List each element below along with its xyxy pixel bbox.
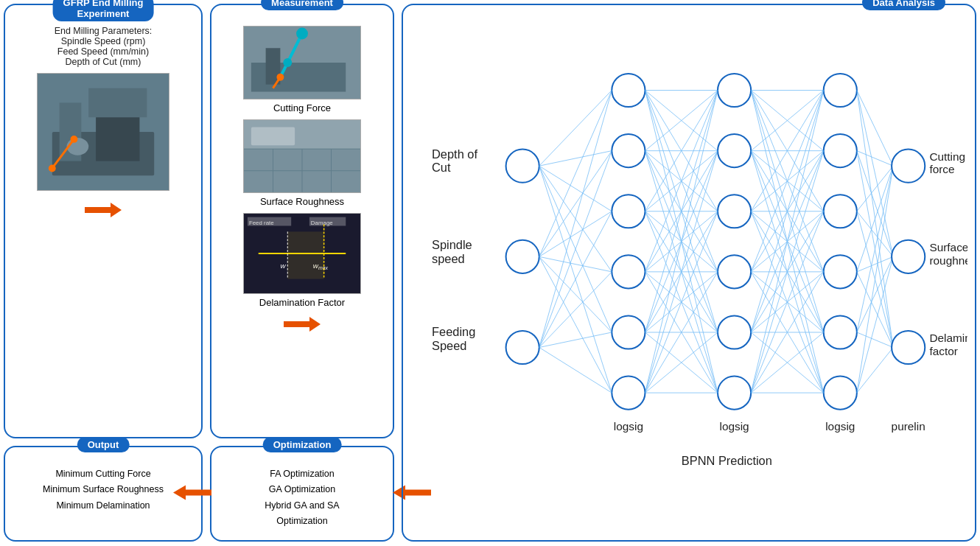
svg-text:factor: factor xyxy=(929,345,957,357)
svg-text:Feed rate: Feed rate xyxy=(249,220,274,226)
optim-line3: Hybrid GA and SA xyxy=(219,498,385,514)
svg-marker-38 xyxy=(284,317,321,332)
arrow-to-output xyxy=(173,484,211,502)
svg-rect-37 xyxy=(287,231,323,279)
svg-line-168 xyxy=(857,256,893,332)
svg-text:logsig: logsig xyxy=(614,420,643,433)
svg-point-57 xyxy=(718,134,751,167)
svg-point-48 xyxy=(506,240,539,273)
cutting-force-caption: Cutting Force xyxy=(219,102,385,113)
cutting-force-image xyxy=(243,26,361,99)
svg-line-171 xyxy=(857,151,893,348)
optimization-box: Optimization FA Optimization GA Optimiza… xyxy=(210,446,394,542)
svg-text:logsig: logsig xyxy=(825,420,855,433)
svg-text:Speed: Speed xyxy=(432,339,466,352)
svg-point-62 xyxy=(824,74,857,107)
output-label: Output xyxy=(77,437,130,452)
svg-text:Cutting: Cutting xyxy=(929,150,965,163)
gfrp-label: GFRP End MillingExperiment xyxy=(53,0,154,21)
svg-line-174 xyxy=(857,332,893,348)
svg-line-77 xyxy=(539,256,612,272)
svg-point-56 xyxy=(718,74,751,107)
svg-point-178 xyxy=(892,331,925,364)
svg-line-75 xyxy=(539,151,612,257)
arrow-to-measurement xyxy=(85,201,122,219)
svg-line-80 xyxy=(539,91,612,348)
svg-point-55 xyxy=(612,377,645,410)
output-line1: Minimum Cutting Force xyxy=(13,466,194,482)
surface-roughness-caption: Surface Roughness xyxy=(219,196,385,207)
svg-line-159 xyxy=(857,151,893,167)
svg-point-7 xyxy=(49,165,56,172)
measurement-box: Measurement Cutting Force xyxy=(210,4,394,438)
svg-rect-3 xyxy=(88,88,147,118)
machine-image xyxy=(37,73,169,191)
left-column: GFRP End MillingExperiment End Milling P… xyxy=(4,4,203,542)
svg-point-5 xyxy=(67,138,89,155)
svg-line-165 xyxy=(857,151,893,257)
svg-point-49 xyxy=(506,331,539,364)
param-spindle: Spindle Speed (rpm) xyxy=(13,36,194,46)
svg-point-177 xyxy=(892,240,925,273)
svg-point-60 xyxy=(718,315,751,349)
svg-rect-11 xyxy=(251,63,346,92)
svg-point-50 xyxy=(612,74,645,107)
svg-text:Depth of: Depth of xyxy=(432,147,477,161)
output-line3: Minimum Delamination xyxy=(13,498,194,514)
svg-point-58 xyxy=(718,195,751,228)
arrow-to-data-analysis xyxy=(284,315,321,333)
svg-line-81 xyxy=(539,151,612,348)
svg-text:Spindle: Spindle xyxy=(432,238,472,251)
svg-line-69 xyxy=(539,151,612,167)
optimization-content: FA Optimization GA Optimization Hybrid G… xyxy=(219,466,385,529)
svg-point-59 xyxy=(718,255,751,288)
data-analysis-label: Data Analysis xyxy=(862,0,945,10)
delamination-caption: Delamination Factor xyxy=(219,297,385,308)
svg-rect-4 xyxy=(96,117,139,161)
svg-point-47 xyxy=(506,150,539,183)
svg-text:w: w xyxy=(280,262,286,270)
svg-point-65 xyxy=(824,255,857,288)
svg-point-53 xyxy=(612,255,645,288)
svg-point-51 xyxy=(612,134,645,167)
svg-line-167 xyxy=(857,256,893,272)
svg-line-79 xyxy=(539,256,612,393)
svg-point-8 xyxy=(71,136,78,143)
data-analysis-box: Data Analysis Depth of Cut Spindle speed… xyxy=(402,4,976,542)
svg-marker-9 xyxy=(85,203,122,217)
neural-network-diagram: Depth of Cut Spindle speed Feeding Speed xyxy=(410,18,967,533)
svg-point-64 xyxy=(824,195,857,228)
surface-roughness-image xyxy=(243,119,361,193)
svg-point-61 xyxy=(718,377,751,410)
gfrp-box: GFRP End MillingExperiment End Milling P… xyxy=(4,4,203,438)
param-depth: Depth of Cut (mm) xyxy=(13,57,194,67)
optim-line4: Optimization xyxy=(219,514,385,529)
svg-line-78 xyxy=(539,256,612,332)
svg-text:Damage: Damage xyxy=(311,220,333,226)
svg-rect-26 xyxy=(251,127,295,146)
optim-line2: GA Optimization xyxy=(219,482,385,497)
optimization-label: Optimization xyxy=(263,437,342,452)
gfrp-params: End Milling Parameters: Spindle Speed (r… xyxy=(13,26,194,67)
svg-line-85 xyxy=(539,348,612,393)
svg-line-169 xyxy=(857,256,893,393)
svg-text:force: force xyxy=(929,163,954,175)
middle-column: Measurement Cutting Force xyxy=(210,4,394,542)
svg-point-63 xyxy=(824,134,857,167)
output-content: Minimum Cutting Force Minimum Surface Ro… xyxy=(13,466,194,514)
svg-text:purelin: purelin xyxy=(892,420,925,433)
svg-point-66 xyxy=(824,315,857,349)
svg-text:roughness: roughness xyxy=(929,254,967,267)
svg-point-15 xyxy=(296,28,308,40)
svg-point-67 xyxy=(824,377,857,410)
svg-point-176 xyxy=(892,150,925,183)
svg-text:Delamination: Delamination xyxy=(929,332,967,344)
optim-line1: FA Optimization xyxy=(219,466,385,482)
measurement-label: Measurement xyxy=(261,0,343,10)
main-container: GFRP End MillingExperiment End Milling P… xyxy=(4,4,976,542)
svg-text:BPNN Prediction: BPNN Prediction xyxy=(682,454,772,467)
delamination-image: Feed rate Damage w wmax xyxy=(243,213,361,294)
svg-point-52 xyxy=(612,195,645,228)
svg-text:Surface: Surface xyxy=(929,241,967,253)
param-feed: Feed Speed (mm/min) xyxy=(13,46,194,57)
